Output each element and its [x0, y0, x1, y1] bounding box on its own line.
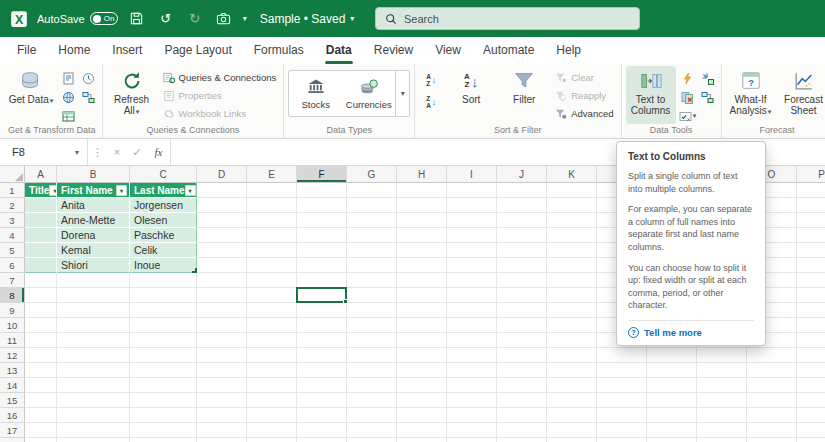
cell-A7[interactable]: [25, 273, 57, 288]
what-if-analysis-button[interactable]: ? What-If Analysis▾: [726, 66, 776, 124]
cell-J8[interactable]: [497, 288, 547, 303]
row-header-13[interactable]: 13: [0, 363, 25, 378]
cell-I16[interactable]: [447, 408, 497, 423]
cell-K12[interactable]: [547, 348, 597, 363]
from-table-range-button[interactable]: [59, 108, 77, 124]
cell-A17[interactable]: [25, 423, 57, 438]
cell-D15[interactable]: [197, 393, 247, 408]
cell-E2[interactable]: [247, 198, 297, 213]
cell-B1[interactable]: First Name▾: [57, 183, 130, 198]
cell-K2[interactable]: [547, 198, 597, 213]
menu-item-help[interactable]: Help: [545, 37, 592, 64]
cell-D9[interactable]: [197, 303, 247, 318]
cell-B4[interactable]: Dorena: [57, 228, 130, 243]
cell-K10[interactable]: [547, 318, 597, 333]
cell-O17[interactable]: [747, 423, 797, 438]
cell-I14[interactable]: [447, 378, 497, 393]
cell-I2[interactable]: [447, 198, 497, 213]
cell-I17[interactable]: [447, 423, 497, 438]
cell-H4[interactable]: [397, 228, 447, 243]
cell-P4[interactable]: [797, 228, 825, 243]
column-header-K[interactable]: K: [547, 166, 597, 183]
cell-O15[interactable]: [747, 393, 797, 408]
cell-I12[interactable]: [447, 348, 497, 363]
menu-item-view[interactable]: View: [424, 37, 472, 64]
row-header-2[interactable]: 2: [0, 198, 25, 213]
cell-J6[interactable]: [497, 258, 547, 273]
cell-P17[interactable]: [797, 423, 825, 438]
cell-F5[interactable]: [297, 243, 347, 258]
cell-D4[interactable]: [197, 228, 247, 243]
cell-D7[interactable]: [197, 273, 247, 288]
cell-I9[interactable]: [447, 303, 497, 318]
cell-C14[interactable]: [130, 378, 197, 393]
cell-A3[interactable]: [25, 213, 57, 228]
cell-J7[interactable]: [497, 273, 547, 288]
cell-D16[interactable]: [197, 408, 247, 423]
cell-E5[interactable]: [247, 243, 297, 258]
cell-K4[interactable]: [547, 228, 597, 243]
cell-I18[interactable]: [447, 438, 497, 442]
cell-G10[interactable]: [347, 318, 397, 333]
column-header-G[interactable]: G: [347, 166, 397, 183]
cell-B15[interactable]: [57, 393, 130, 408]
cell-B16[interactable]: [57, 408, 130, 423]
cell-G4[interactable]: [347, 228, 397, 243]
column-header-I[interactable]: I: [447, 166, 497, 183]
cell-J4[interactable]: [497, 228, 547, 243]
cell-E8[interactable]: [247, 288, 297, 303]
cell-K3[interactable]: [547, 213, 597, 228]
cell-H9[interactable]: [397, 303, 447, 318]
cell-I13[interactable]: [447, 363, 497, 378]
cell-H17[interactable]: [397, 423, 447, 438]
row-header-14[interactable]: 14: [0, 378, 25, 393]
cell-F3[interactable]: [297, 213, 347, 228]
cell-E17[interactable]: [247, 423, 297, 438]
cell-A8[interactable]: [25, 288, 57, 303]
save-icon[interactable]: [127, 9, 147, 29]
cell-H5[interactable]: [397, 243, 447, 258]
cell-P12[interactable]: [797, 348, 825, 363]
cell-L17[interactable]: [597, 423, 647, 438]
get-data-button[interactable]: Get Data▾: [6, 66, 56, 124]
cell-B10[interactable]: [57, 318, 130, 333]
cell-G12[interactable]: [347, 348, 397, 363]
cell-G8[interactable]: [347, 288, 397, 303]
cell-F12[interactable]: [297, 348, 347, 363]
cell-E12[interactable]: [247, 348, 297, 363]
cell-P1[interactable]: [797, 183, 825, 198]
cell-B7[interactable]: [57, 273, 130, 288]
row-header-8[interactable]: 8: [0, 288, 25, 303]
column-header-D[interactable]: D: [197, 166, 247, 183]
column-header-F[interactable]: F: [297, 166, 347, 183]
cell-H1[interactable]: [397, 183, 447, 198]
cell-C17[interactable]: [130, 423, 197, 438]
cell-O18[interactable]: [747, 438, 797, 442]
row-header-11[interactable]: 11: [0, 333, 25, 348]
cell-K17[interactable]: [547, 423, 597, 438]
cell-P8[interactable]: [797, 288, 825, 303]
cell-D17[interactable]: [197, 423, 247, 438]
cell-K18[interactable]: [547, 438, 597, 442]
cell-A9[interactable]: [25, 303, 57, 318]
cell-F11[interactable]: [297, 333, 347, 348]
cell-A6[interactable]: [25, 258, 57, 273]
cell-H6[interactable]: [397, 258, 447, 273]
cell-D6[interactable]: [197, 258, 247, 273]
menu-item-data[interactable]: Data: [315, 37, 363, 64]
row-header-10[interactable]: 10: [0, 318, 25, 333]
cell-C9[interactable]: [130, 303, 197, 318]
cell-C6[interactable]: Inoue: [130, 258, 197, 273]
insert-function-button[interactable]: fx: [147, 139, 171, 165]
cell-C18[interactable]: [130, 438, 197, 442]
cell-O12[interactable]: [747, 348, 797, 363]
cell-K1[interactable]: [547, 183, 597, 198]
autosave-toggle[interactable]: On: [90, 12, 118, 25]
cell-C16[interactable]: [130, 408, 197, 423]
cell-L15[interactable]: [597, 393, 647, 408]
cell-K11[interactable]: [547, 333, 597, 348]
cell-G1[interactable]: [347, 183, 397, 198]
cell-I6[interactable]: [447, 258, 497, 273]
cell-F15[interactable]: [297, 393, 347, 408]
cell-J9[interactable]: [497, 303, 547, 318]
